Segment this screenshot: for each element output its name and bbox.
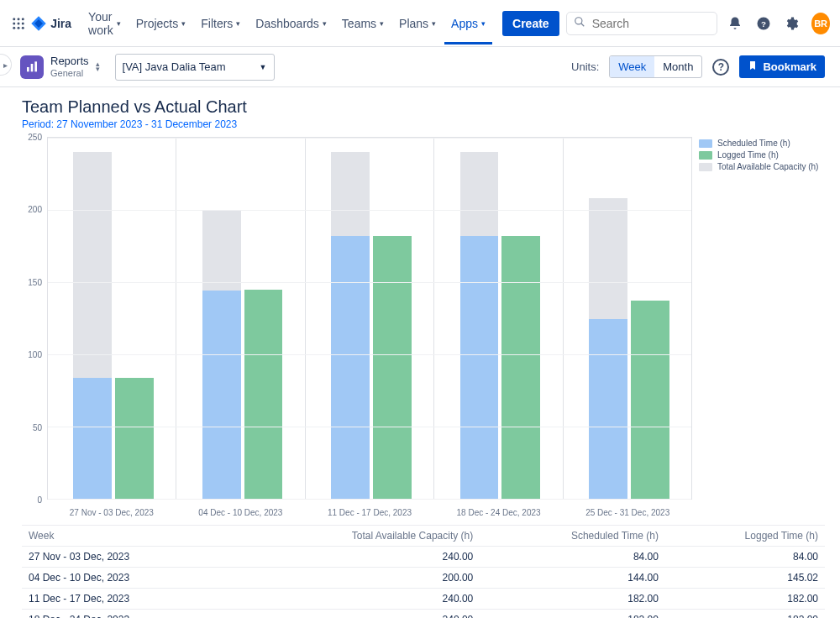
bar-logged[interactable]: [244, 290, 283, 499]
nav-item-plans[interactable]: Plans ▾: [392, 12, 443, 35]
chevron-down-icon: ▾: [323, 19, 327, 28]
table-header: Total Available Capacity (h): [232, 526, 480, 547]
chart-group: [564, 138, 691, 499]
svg-point-6: [13, 26, 15, 29]
cell-sched: 182.00: [480, 589, 665, 610]
cell-logged: 182.00: [665, 589, 825, 610]
bar-scheduled[interactable]: [73, 378, 112, 499]
cell-logged: 84.00: [665, 547, 825, 568]
bookmark-button[interactable]: Bookmark: [739, 55, 825, 78]
legend-item-scheduled: Scheduled Time (h): [699, 139, 825, 148]
table-row: 27 Nov - 03 Dec, 2023240.0084.0084.00: [22, 547, 825, 568]
brand-logo[interactable]: Jira: [30, 15, 71, 32]
chart-panel: 050100150200250 27 Nov - 03 Dec, 202304 …: [22, 137, 825, 523]
bar-logged[interactable]: [501, 236, 540, 499]
svg-rect-15: [34, 61, 37, 71]
settings-icon[interactable]: [782, 12, 802, 35]
chevron-down-icon: ▾: [380, 19, 384, 28]
bar-logged[interactable]: [115, 378, 154, 499]
legend-label: Total Available Capacity (h): [717, 162, 818, 171]
nav-item-teams[interactable]: Teams ▾: [335, 12, 391, 35]
nav-item-projects[interactable]: Projects ▾: [129, 12, 193, 35]
legend-item-total: Total Available Capacity (h): [699, 162, 825, 171]
nav-item-your-work[interactable]: Your work ▾: [81, 5, 128, 42]
y-tick: 50: [33, 422, 42, 432]
x-label: 04 Dec - 10 Dec, 2023: [176, 503, 306, 523]
chart-legend: Scheduled Time (h) Logged Time (h) Total…: [699, 137, 825, 523]
report-selector[interactable]: Reports General ▴▾: [15, 52, 105, 82]
page-title: Team Planned vs Actual Chart: [22, 97, 825, 117]
chart-plot: [47, 137, 692, 500]
svg-point-9: [575, 18, 581, 24]
data-table: WeekTotal Available Capacity (h)Schedule…: [22, 525, 825, 618]
report-icon: [20, 55, 44, 79]
legend-label: Logged Time (h): [717, 150, 779, 160]
team-select[interactable]: [VA] Java Dalia Team ▼: [115, 54, 275, 81]
swatch-total: [699, 163, 712, 171]
svg-text:?: ?: [761, 18, 766, 28]
bar-scheduled[interactable]: [589, 319, 627, 499]
bar-logged[interactable]: [631, 301, 669, 499]
cell-week: 18 Dec - 24 Dec, 2023: [22, 610, 232, 619]
chart-group: [48, 138, 176, 499]
x-label: 11 Dec - 17 Dec, 2023: [305, 503, 434, 523]
svg-rect-13: [27, 67, 29, 71]
search-input[interactable]: [591, 16, 741, 31]
cell-total: 240.00: [232, 589, 480, 610]
cell-logged: 182.00: [665, 610, 825, 619]
cell-total: 240.00: [232, 547, 480, 568]
x-label: 27 Nov - 03 Dec, 2023: [47, 503, 176, 523]
bookmark-icon: [748, 60, 758, 73]
table-row: 18 Dec - 24 Dec, 2023240.00182.00182.00: [22, 610, 825, 619]
chart-group: [434, 138, 563, 499]
chevron-down-icon: ▾: [117, 19, 121, 28]
svg-point-2: [22, 18, 24, 20]
cell-week: 04 Dec - 10 Dec, 2023: [22, 568, 232, 589]
bar-logged[interactable]: [373, 236, 412, 499]
top-nav: Jira Your work ▾Projects ▾Filters ▾Dashb…: [0, 0, 840, 47]
table-row: 04 Dec - 10 Dec, 2023200.00144.00145.02: [22, 568, 825, 589]
brand-text: Jira: [50, 17, 71, 30]
page-period: Period: 27 November 2023 - 31 December 2…: [22, 118, 825, 130]
x-label: 18 Dec - 24 Dec, 2023: [434, 503, 564, 523]
swatch-logged: [699, 151, 712, 160]
units-month[interactable]: Month: [654, 56, 701, 77]
page-content: Team Planned vs Actual Chart Period: 27 …: [0, 87, 840, 618]
cell-sched: 144.00: [480, 568, 665, 589]
chevron-down-icon: ▾: [236, 19, 240, 28]
y-tick: 200: [28, 205, 42, 214]
cell-logged: 145.02: [665, 568, 825, 589]
bar-scheduled[interactable]: [460, 236, 499, 499]
report-title: Reports: [50, 55, 89, 67]
units-toggle: Week Month: [609, 55, 702, 78]
chart-group: [306, 138, 434, 499]
x-label: 25 Dec - 31 Dec, 2023: [563, 503, 692, 523]
y-tick: 250: [28, 133, 42, 142]
cell-sched: 84.00: [480, 547, 665, 568]
units-week[interactable]: Week: [610, 56, 654, 77]
report-subtitle: General: [50, 68, 89, 78]
bar-scheduled[interactable]: [331, 236, 370, 499]
table-row: 11 Dec - 17 Dec, 2023240.00182.00182.00: [22, 589, 825, 610]
chart-area: 050100150200250 27 Nov - 03 Dec, 202304 …: [22, 137, 692, 523]
table-header: Logged Time (h): [665, 526, 825, 547]
team-select-value: [VA] Java Dalia Team: [123, 60, 226, 73]
search-box[interactable]: [566, 12, 717, 35]
chevron-down-icon: ▼: [260, 63, 267, 71]
table-header: Week: [22, 526, 232, 547]
x-axis: 27 Nov - 03 Dec, 202304 Dec - 10 Dec, 20…: [47, 503, 692, 523]
app-switcher-icon[interactable]: [10, 13, 27, 34]
bar-scheduled[interactable]: [202, 291, 241, 499]
svg-point-7: [18, 26, 20, 29]
help-icon[interactable]: ?: [753, 12, 774, 35]
bookmark-label: Bookmark: [763, 60, 816, 73]
nav-item-filters[interactable]: Filters ▾: [194, 12, 247, 35]
nav-item-apps[interactable]: Apps ▾: [444, 3, 492, 45]
avatar[interactable]: BR: [811, 13, 830, 34]
nav-item-dashboards[interactable]: Dashboards ▾: [249, 12, 333, 35]
units-label: Units:: [571, 60, 599, 73]
notifications-icon[interactable]: [726, 12, 746, 35]
page-help-icon[interactable]: ?: [712, 59, 729, 76]
create-button[interactable]: Create: [502, 11, 559, 36]
svg-point-5: [22, 22, 24, 24]
